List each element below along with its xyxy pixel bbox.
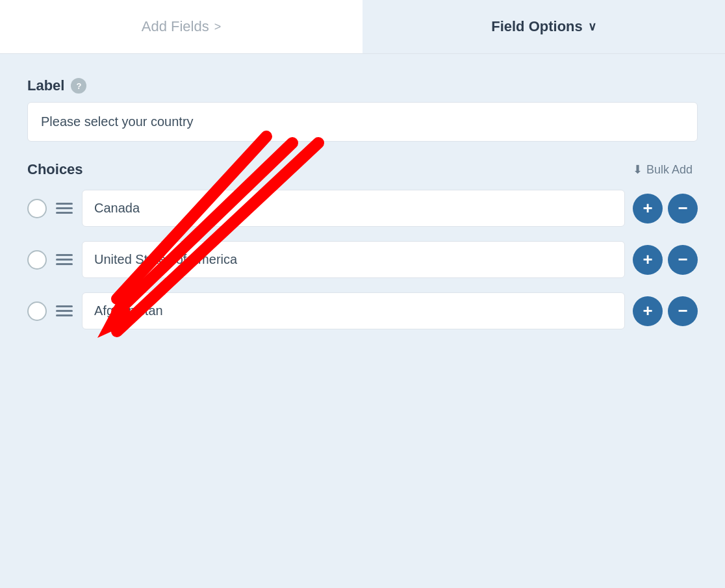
remove-choice-button-1[interactable]: − <box>668 245 698 275</box>
label-input[interactable] <box>27 102 698 142</box>
choices-header: Choices ⬇ Bulk Add <box>27 160 698 179</box>
add-choice-button-2[interactable]: + <box>633 296 663 326</box>
choice-actions-2: + − <box>633 296 698 326</box>
main-content: Label ? Choices ⬇ Bulk Add + − <box>0 54 725 371</box>
choice-actions-1: + − <box>633 245 698 275</box>
download-icon: ⬇ <box>633 162 642 177</box>
choice-input-2[interactable] <box>82 292 625 329</box>
tab-add-fields[interactable]: Add Fields > <box>0 0 363 53</box>
choices-list: + − + − + − <box>27 190 698 329</box>
choices-field-group: Choices ⬇ Bulk Add + − + <box>27 160 698 329</box>
choice-row: + − <box>27 292 698 329</box>
label-row: Label ? <box>27 77 698 94</box>
bulk-add-button[interactable]: ⬇ Bulk Add <box>628 160 698 179</box>
choices-heading: Choices <box>27 161 83 178</box>
add-choice-button-1[interactable]: + <box>633 245 663 275</box>
choice-input-0[interactable] <box>82 190 625 227</box>
help-icon[interactable]: ? <box>71 78 86 94</box>
tab-field-options[interactable]: Field Options ∨ <box>363 0 725 53</box>
add-fields-label: Add Fields <box>142 18 209 35</box>
header-tabs: Add Fields > Field Options ∨ <box>0 0 725 54</box>
bulk-add-label: Bulk Add <box>646 163 693 177</box>
choice-radio-2[interactable] <box>27 301 47 321</box>
choice-actions-0: + − <box>633 194 698 224</box>
drag-handle-2[interactable] <box>55 303 74 319</box>
field-options-chevron: ∨ <box>588 19 596 34</box>
remove-choice-button-2[interactable]: − <box>668 296 698 326</box>
choice-row: + − <box>27 241 698 278</box>
drag-handle-0[interactable] <box>55 200 74 216</box>
remove-choice-button-0[interactable]: − <box>668 194 698 224</box>
drag-handle-1[interactable] <box>55 251 74 268</box>
choice-radio-1[interactable] <box>27 250 47 270</box>
choice-input-1[interactable] <box>82 241 625 278</box>
label-heading: Label <box>27 77 64 94</box>
add-choice-button-0[interactable]: + <box>633 194 663 224</box>
choice-row: + − <box>27 190 698 227</box>
label-field-group: Label ? <box>27 77 698 142</box>
field-options-label: Field Options <box>491 18 583 35</box>
choice-radio-0[interactable] <box>27 199 47 218</box>
add-fields-chevron: > <box>214 20 222 34</box>
